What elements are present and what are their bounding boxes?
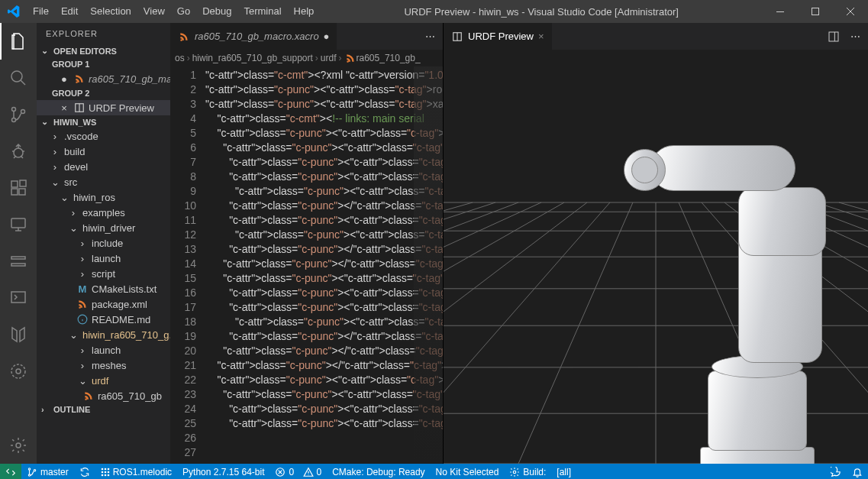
tree-item[interactable]: ›launch bbox=[37, 251, 170, 266]
remote-indicator[interactable] bbox=[0, 464, 21, 479]
chevron-icon: › bbox=[76, 252, 89, 264]
svg-point-31 bbox=[101, 471, 103, 474]
chevron-icon: › bbox=[67, 206, 79, 218]
extensions-icon[interactable] bbox=[0, 170, 37, 206]
menu-go[interactable]: Go bbox=[171, 0, 196, 23]
remote-icon[interactable] bbox=[0, 206, 37, 243]
open-editors-section[interactable]: ⌄OPEN EDITORS bbox=[37, 44, 170, 57]
urdf-preview-viewport[interactable] bbox=[444, 50, 868, 464]
group2-label: GROUP 2 bbox=[37, 86, 170, 100]
svg-point-36 bbox=[107, 474, 109, 477]
tab-label: URDF Preview bbox=[468, 31, 534, 42]
kit-status[interactable]: No Kit Selected bbox=[431, 464, 505, 479]
chevron-icon: › bbox=[76, 267, 89, 280]
ros-indicator[interactable]: ROS1.melodic bbox=[95, 464, 177, 479]
tree-item[interactable]: ⌄hiwin_ra605_710_g... bbox=[37, 327, 170, 342]
tree-item[interactable]: package.xml bbox=[37, 296, 170, 312]
tree-item[interactable]: ›include bbox=[37, 235, 170, 251]
tree-item[interactable]: README.md bbox=[37, 312, 170, 327]
preview-icon bbox=[451, 31, 463, 43]
preview-icon bbox=[73, 102, 86, 114]
tree-item[interactable]: ⌄hiwin_ros bbox=[37, 189, 170, 205]
svg-rect-23 bbox=[829, 32, 838, 41]
open-editor-item[interactable]: × URDF Preview bbox=[37, 100, 170, 115]
svg-rect-13 bbox=[11, 264, 25, 266]
menu-selection[interactable]: Selection bbox=[84, 0, 137, 23]
settings-icon[interactable] bbox=[0, 427, 37, 464]
chevron-icon: › bbox=[49, 145, 61, 157]
outline-section[interactable]: ›OUTLINE bbox=[37, 403, 170, 416]
source-control-icon[interactable] bbox=[0, 96, 37, 133]
svg-point-3 bbox=[12, 108, 16, 112]
cmake-status[interactable]: CMake: Debug: Ready bbox=[327, 464, 430, 479]
close-button[interactable] bbox=[833, 0, 868, 23]
menu-help[interactable]: Help bbox=[288, 0, 321, 23]
tree-item[interactable]: ⌄urdf bbox=[37, 373, 170, 388]
more-icon[interactable]: ⋯ bbox=[850, 31, 860, 42]
tree-item[interactable]: ›examples bbox=[37, 205, 170, 220]
side-icon-3[interactable] bbox=[0, 316, 37, 353]
side-icon-4[interactable] bbox=[0, 353, 37, 390]
explorer-icon[interactable] bbox=[0, 23, 37, 60]
tree-item[interactable]: ›build bbox=[37, 144, 170, 159]
tab-urdf-preview[interactable]: URDF Preview × bbox=[444, 23, 553, 50]
editor-group-1: ra605_710_gb_macro.xacro ● ⋯ os› hiwin_r… bbox=[170, 23, 444, 464]
rss-icon bbox=[178, 31, 190, 43]
search-icon[interactable] bbox=[0, 60, 37, 96]
svg-point-28 bbox=[101, 468, 103, 471]
build-target[interactable]: [all] bbox=[551, 464, 576, 479]
group1-label: GROUP 1 bbox=[37, 57, 170, 71]
tree-item[interactable]: ra605_710_gb bbox=[37, 388, 170, 403]
svg-rect-1 bbox=[812, 8, 819, 15]
cmake-icon: M bbox=[76, 283, 89, 295]
chevron-icon: ⌄ bbox=[67, 222, 79, 234]
svg-point-29 bbox=[104, 468, 106, 471]
close-icon[interactable]: × bbox=[58, 102, 70, 114]
close-icon[interactable]: × bbox=[538, 31, 544, 42]
menubar: File Edit Selection View Go Debug Termin… bbox=[27, 0, 320, 23]
chevron-icon: › bbox=[49, 160, 61, 173]
svg-point-2 bbox=[11, 71, 22, 82]
tree-item[interactable]: MCMakeLists.txt bbox=[37, 281, 170, 296]
tree-item[interactable]: ›devel bbox=[37, 159, 170, 174]
minimize-button[interactable] bbox=[763, 0, 798, 23]
open-editor-item[interactable]: ● ra605_710_gb_ma... bbox=[37, 71, 170, 86]
tree-item[interactable]: ⌄src bbox=[37, 174, 170, 189]
menu-debug[interactable]: Debug bbox=[196, 0, 237, 23]
tree-item[interactable]: ›script bbox=[37, 266, 170, 281]
branch-indicator[interactable]: master bbox=[21, 464, 74, 479]
tab-xacro[interactable]: ra605_710_gb_macro.xacro ● bbox=[170, 23, 337, 50]
svg-rect-11 bbox=[11, 218, 25, 228]
tabs: URDF Preview × ⋯ bbox=[444, 23, 868, 50]
more-icon[interactable]: ⋯ bbox=[425, 31, 435, 42]
bell-icon[interactable] bbox=[847, 464, 868, 479]
maximize-button[interactable] bbox=[798, 0, 833, 23]
side-icon-2[interactable] bbox=[0, 280, 37, 316]
code-editor[interactable]: 1234567891011121314151617181920212223242… bbox=[170, 66, 443, 464]
python-indicator[interactable]: Python 2.7.15 64-bit bbox=[177, 464, 269, 479]
chevron-icon: ⌄ bbox=[49, 176, 61, 188]
split-icon[interactable] bbox=[828, 31, 840, 43]
svg-rect-10 bbox=[20, 180, 26, 186]
tree-item[interactable]: ›meshes bbox=[37, 358, 170, 373]
build-status[interactable]: Build: bbox=[504, 464, 551, 479]
tree-item[interactable]: ›launch bbox=[37, 342, 170, 358]
breadcrumb[interactable]: os› hiwin_ra605_710_gb_support› urdf› ra… bbox=[170, 50, 443, 66]
menu-view[interactable]: View bbox=[137, 0, 171, 23]
svg-point-26 bbox=[28, 474, 30, 476]
side-icon-1[interactable] bbox=[0, 243, 37, 280]
debug-icon[interactable] bbox=[0, 133, 37, 170]
svg-point-38 bbox=[514, 471, 517, 474]
workspace-section[interactable]: ⌄HIWIN_WS bbox=[37, 115, 170, 128]
chevron-icon: › bbox=[49, 130, 61, 142]
svg-rect-12 bbox=[11, 257, 25, 259]
menu-edit[interactable]: Edit bbox=[55, 0, 84, 23]
menu-terminal[interactable]: Terminal bbox=[237, 0, 287, 23]
tree-item[interactable]: ⌄hiwin_driver bbox=[37, 220, 170, 235]
minimap[interactable] bbox=[414, 66, 443, 464]
menu-file[interactable]: File bbox=[27, 0, 55, 23]
sync-indicator[interactable] bbox=[74, 464, 95, 479]
tree-item[interactable]: ›.vscode bbox=[37, 128, 170, 144]
feedback-icon[interactable] bbox=[825, 464, 847, 479]
problems-indicator[interactable]: 0 0 bbox=[269, 464, 327, 479]
